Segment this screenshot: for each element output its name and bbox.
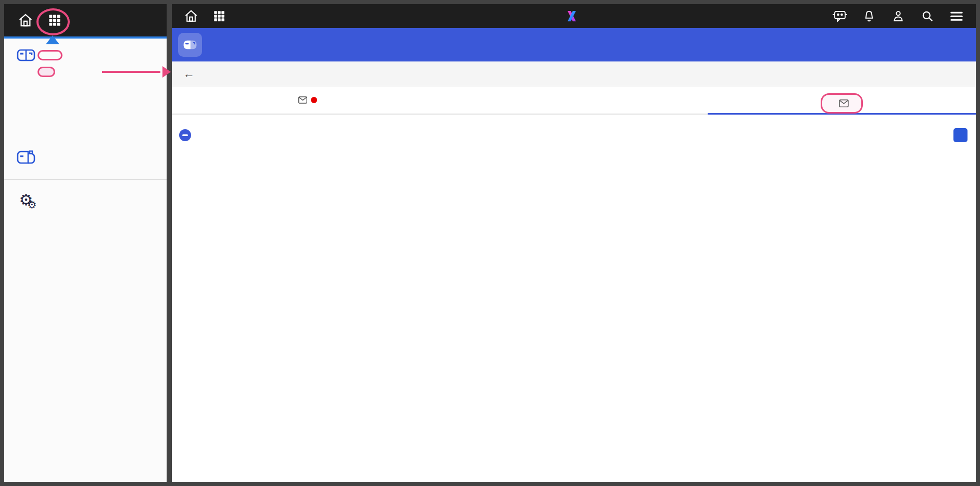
sidebar-item-asetukset-main[interactable]: ⚙⚙ bbox=[4, 185, 167, 215]
sidebar-item-omat-laskut[interactable] bbox=[4, 67, 167, 77]
notifications-bell-icon[interactable] bbox=[860, 7, 878, 25]
page-banner bbox=[172, 28, 976, 61]
tab-kasiteltavat[interactable] bbox=[172, 86, 440, 115]
brand-logo bbox=[566, 10, 582, 22]
invoice-count-badge bbox=[953, 128, 968, 142]
sidebar-divider bbox=[4, 179, 167, 180]
sidebar-menu: ⚙⚙ bbox=[4, 39, 167, 215]
tab-seurattavat[interactable] bbox=[708, 86, 976, 115]
merkuri-logo-icon bbox=[566, 10, 578, 22]
sidebar-item-muut-maksut[interactable] bbox=[4, 142, 167, 173]
sidebar-item-asetukset[interactable] bbox=[4, 109, 167, 136]
apps-grid-icon[interactable] bbox=[46, 11, 64, 29]
home-icon[interactable] bbox=[182, 7, 200, 25]
main-window: ← bbox=[172, 4, 976, 482]
invoice-sections bbox=[172, 154, 976, 482]
sidebar-item-haku[interactable] bbox=[4, 82, 167, 109]
chatbot-icon[interactable] bbox=[831, 7, 849, 25]
back-arrow-icon[interactable]: ← bbox=[183, 67, 195, 81]
unread-dot bbox=[311, 97, 317, 103]
gears-icon: ⚙⚙ bbox=[16, 192, 36, 208]
app-topbar bbox=[172, 4, 976, 28]
user-icon[interactable] bbox=[889, 7, 907, 25]
collapse-minus-icon[interactable] bbox=[179, 129, 191, 141]
tab-bar bbox=[172, 86, 976, 115]
hamburger-menu-icon[interactable] bbox=[948, 7, 965, 25]
sidebar-item-ostolaskut[interactable] bbox=[4, 48, 167, 63]
sidebar: ⚙⚙ bbox=[4, 4, 167, 482]
payments-icon bbox=[16, 149, 36, 165]
annotation-box-omat-laskut bbox=[37, 67, 55, 77]
annotation-box-seurattavat bbox=[821, 93, 863, 114]
tab-kommentoitavat[interactable] bbox=[440, 86, 708, 115]
home-icon[interactable] bbox=[17, 11, 34, 29]
annotation-box-ostolaskut bbox=[37, 50, 62, 60]
company-group-row bbox=[172, 115, 976, 154]
mailbox-icon bbox=[178, 33, 202, 57]
invoices-icon bbox=[16, 48, 36, 63]
action-toolbar: ← bbox=[172, 61, 976, 86]
mail-icon bbox=[298, 96, 307, 104]
annotation-arrow bbox=[102, 66, 171, 78]
search-icon[interactable] bbox=[919, 7, 936, 25]
apps-grid-icon[interactable] bbox=[210, 7, 228, 25]
mail-icon bbox=[839, 99, 849, 107]
sidebar-topbar bbox=[4, 4, 167, 36]
annotation-callout-triangle bbox=[46, 35, 59, 44]
